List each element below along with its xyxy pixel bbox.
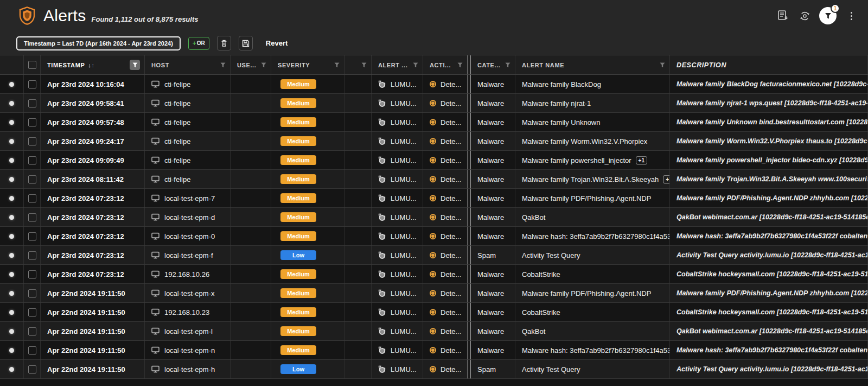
extra-cell — [344, 322, 372, 340]
timestamp-cell: Apr 23rd 2024 09:57:48 — [41, 113, 145, 131]
table-row[interactable]: Apr 22nd 2024 19:11:50local-test-epm-xMe… — [0, 284, 868, 303]
table-row[interactable]: Apr 23rd 2024 08:11:42cti-felipeMediumLU… — [0, 170, 868, 189]
row-checkbox[interactable] — [28, 308, 36, 317]
row-checkbox[interactable] — [28, 213, 36, 222]
timestamp-filter-chip[interactable]: Timestamp = Last 7D (Apr 16th 2024 - Apr… — [16, 36, 181, 50]
filter-funnel-icon[interactable] — [220, 62, 226, 68]
alert-name-cell: Activity Test Query — [515, 360, 670, 378]
user-cell — [231, 322, 271, 340]
row-checkbox[interactable] — [28, 80, 36, 88]
table-row[interactable]: Apr 23rd 2024 07:23:12local-test-epm-fLo… — [0, 246, 868, 265]
related-alerts-badge[interactable]: +1 — [663, 175, 670, 183]
filter-funnel-icon[interactable] — [505, 62, 510, 68]
monitor-icon — [151, 346, 159, 354]
save-view-button[interactable] — [239, 36, 253, 50]
row-checkbox[interactable] — [28, 137, 36, 145]
user-cell — [231, 75, 271, 93]
action-cell: Dete... — [423, 322, 468, 340]
table-row[interactable]: Apr 22nd 2024 19:11:50local-test-epm-hLo… — [0, 360, 868, 379]
select-cell — [24, 151, 41, 169]
unread-indicator-dot[interactable] — [9, 139, 14, 144]
row-checkbox[interactable] — [28, 327, 36, 336]
row-checkbox[interactable] — [28, 99, 36, 107]
host-cell: cti-felipe — [145, 132, 231, 150]
sort-icon[interactable]: ↓↑ — [88, 62, 94, 68]
table-row[interactable]: Apr 23rd 2024 10:16:04cti-felipeMediumLU… — [0, 75, 868, 94]
row-checkbox[interactable] — [28, 251, 36, 260]
sync-icon[interactable] — [797, 9, 812, 23]
severity-cell: Medium — [271, 94, 344, 112]
row-checkbox[interactable] — [28, 156, 36, 164]
filter-toolbar: Timestamp = Last 7D (Apr 16th 2024 - Apr… — [0, 31, 868, 55]
extra-cell — [344, 341, 372, 359]
filter-funnel-icon[interactable] — [130, 60, 140, 70]
timestamp-cell: Apr 22nd 2024 19:11:50 — [41, 341, 145, 359]
row-checkbox[interactable] — [28, 175, 36, 183]
delete-filters-button[interactable] — [217, 36, 231, 50]
add-or-filter-button[interactable]: + OR — [188, 37, 209, 50]
table-row[interactable]: Apr 22nd 2024 19:11:50local-test-epm-lMe… — [0, 322, 868, 341]
unread-indicator-dot[interactable] — [9, 82, 14, 87]
detected-status-icon — [430, 138, 436, 144]
host-name: local-test-epm-h — [164, 365, 215, 374]
export-report-icon[interactable] — [776, 9, 790, 23]
unread-indicator-dot[interactable] — [9, 348, 14, 353]
filter-funnel-icon[interactable]: 1 — [819, 7, 837, 24]
severity-cell: Medium — [271, 284, 344, 302]
integration-shield-icon — [378, 137, 386, 145]
unread-indicator-dot[interactable] — [9, 196, 14, 201]
table-row[interactable]: Apr 22nd 2024 19:11:50local-test-epm-nMe… — [0, 341, 868, 360]
unread-indicator-dot[interactable] — [9, 329, 14, 334]
unread-indicator-dot[interactable] — [9, 310, 14, 315]
filter-funnel-icon[interactable] — [334, 62, 340, 68]
table-row[interactable]: Apr 23rd 2024 09:58:41cti-felipeMediumLU… — [0, 94, 868, 113]
unread-indicator-dot[interactable] — [9, 215, 14, 220]
row-checkbox[interactable] — [28, 289, 36, 298]
category-cell: Malware — [471, 208, 515, 226]
kebab-menu-icon[interactable] — [844, 9, 858, 23]
unread-indicator-dot[interactable] — [9, 253, 14, 258]
unread-indicator-dot[interactable] — [9, 158, 14, 163]
alert-name-cell: CobaltStrike — [515, 265, 670, 283]
table-row[interactable]: Apr 23rd 2024 09:09:49cti-felipeMediumLU… — [0, 151, 868, 170]
column-header-extra — [344, 55, 372, 74]
filter-funnel-icon[interactable] — [261, 62, 266, 68]
unread-indicator-dot[interactable] — [9, 101, 14, 106]
row-checkbox[interactable] — [28, 270, 36, 279]
unread-indicator-dot[interactable] — [9, 291, 14, 296]
select-all-checkbox[interactable] — [28, 61, 36, 69]
host-cell: cti-felipe — [145, 113, 231, 131]
alert-type-cell: LUMU... — [372, 341, 423, 359]
revert-button[interactable]: Revert — [266, 39, 288, 47]
unread-indicator-dot[interactable] — [9, 234, 14, 239]
row-checkbox[interactable] — [28, 194, 36, 203]
category-cell: Malware — [471, 322, 515, 340]
table-row[interactable]: Apr 23rd 2024 09:57:48cti-felipeMediumLU… — [0, 113, 868, 132]
alert-type-label: LUMU... — [391, 99, 417, 107]
table-row[interactable]: Apr 22nd 2024 19:11:50192.168.10.23Mediu… — [0, 303, 868, 322]
filter-funnel-icon[interactable] — [413, 62, 418, 68]
filter-funnel-icon[interactable] — [361, 62, 367, 68]
table-row[interactable]: Apr 23rd 2024 07:23:12192.168.10.26Mediu… — [0, 265, 868, 284]
unread-indicator-dot[interactable] — [9, 177, 14, 182]
unread-indicator-dot[interactable] — [9, 120, 14, 125]
select-cell — [24, 132, 41, 150]
host-cell: 192.168.10.26 — [145, 265, 231, 283]
monitor-icon — [151, 308, 159, 316]
table-row[interactable]: Apr 23rd 2024 07:23:12local-test-epm-0Me… — [0, 227, 868, 246]
unread-indicator-dot[interactable] — [9, 272, 14, 277]
filter-funnel-icon[interactable] — [457, 62, 463, 68]
description-cell: Malware family PDF/Phishing.Agent.NDP zh… — [670, 189, 868, 207]
row-checkbox[interactable] — [28, 118, 36, 126]
filter-funnel-icon[interactable] — [660, 62, 665, 68]
table-row[interactable]: Apr 23rd 2024 07:23:12local-test-epm-7Me… — [0, 189, 868, 208]
row-checkbox[interactable] — [28, 232, 36, 241]
table-row[interactable]: Apr 23rd 2024 09:24:17cti-felipeMediumLU… — [0, 132, 868, 151]
table-row[interactable]: Apr 23rd 2024 07:23:12local-test-epm-dMe… — [0, 208, 868, 227]
row-checkbox[interactable] — [28, 365, 36, 374]
row-checkbox[interactable] — [28, 346, 36, 355]
unread-indicator-dot[interactable] — [9, 367, 14, 372]
integration-shield-icon — [378, 80, 386, 88]
description-cell: Malware family powershell_injector bideo… — [670, 151, 868, 169]
related-alerts-badge[interactable]: +1 — [636, 156, 647, 164]
